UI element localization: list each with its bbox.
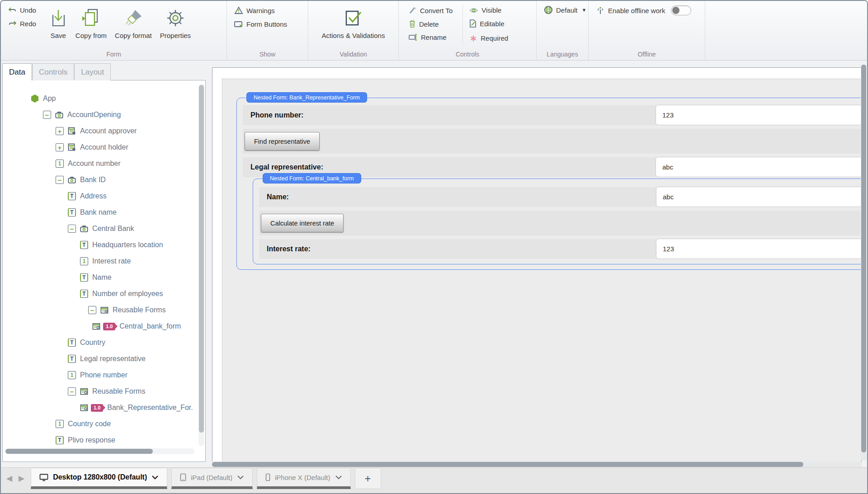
collapse-expander-icon[interactable]	[68, 387, 76, 395]
tree-item-number-of-employees[interactable]: Number of employees	[3, 286, 205, 302]
warning-icon	[234, 6, 243, 14]
undo-button[interactable]: Undo	[6, 5, 38, 15]
record-gear-icon	[68, 127, 76, 135]
scrollbar-thumb[interactable]	[5, 449, 153, 454]
nested-form-bank-representative[interactable]: Nested Form: Bank_Representative_Form Ph…	[236, 98, 862, 270]
tree-item-bank-id[interactable]: Bank ID	[3, 172, 205, 188]
nested-form-badge: Nested Form: Central_bank_form	[263, 173, 361, 183]
legal-representative-input[interactable]	[656, 157, 862, 177]
tree-item-reusable-forms-central[interactable]: Reusable Forms	[3, 302, 205, 318]
tree-item-address[interactable]: Address	[3, 188, 205, 204]
tree-item-legal-representative[interactable]: Legal representative	[3, 351, 205, 367]
copy-from-button[interactable]: Copy from	[71, 5, 111, 41]
canvas-horizontal-scrollbar[interactable]	[212, 461, 862, 467]
chevron-down-icon	[151, 475, 159, 480]
group-label-controls: Controls	[399, 51, 536, 58]
version-badge: 1.0	[103, 323, 115, 330]
collapse-expander-icon[interactable]	[56, 176, 64, 184]
editable-button[interactable]: Editable	[467, 19, 510, 28]
tree-item-plivo-response[interactable]: Plivo response	[3, 432, 205, 448]
add-device-tab-button[interactable]: +	[355, 468, 381, 489]
form-canvas: Nested Form: Bank_Representative_Form Ph…	[212, 67, 862, 463]
form-drop-area: Nested Form: Bank_Representative_Form Ph…	[222, 79, 862, 463]
language-dropdown[interactable]: Default ▼	[542, 5, 588, 15]
workspace: Data Controls Layout App AccountOpening	[1, 61, 867, 467]
visible-button[interactable]: Visible	[467, 5, 510, 15]
text-field-icon	[56, 436, 64, 444]
tree-vertical-scrollbar[interactable]	[198, 84, 204, 446]
tree-item-account-number[interactable]: Account number	[3, 155, 205, 172]
properties-button[interactable]: Properties	[156, 5, 195, 41]
canvas-vertical-scrollbar[interactable]	[861, 65, 867, 460]
tree-item-country-code[interactable]: Country code	[3, 416, 205, 432]
delete-button[interactable]: Delete	[407, 19, 454, 29]
device-tab-desktop[interactable]: Desktop 1280x800 (Default)	[31, 468, 167, 489]
find-representative-button[interactable]: Find representative	[245, 132, 320, 151]
save-button[interactable]: Save	[45, 5, 71, 41]
reusable-form-icon	[100, 306, 108, 314]
copy-format-button[interactable]: Copy format	[111, 5, 156, 41]
save-icon	[49, 6, 67, 30]
legal-representative-label: Legal representative:	[250, 163, 323, 171]
tree-item-app[interactable]: App	[3, 90, 205, 107]
name-input[interactable]	[656, 187, 862, 207]
device-tab-ipad[interactable]: iPad (Default)	[171, 468, 253, 489]
ribbon-group-form: Undo Redo Save	[1, 1, 227, 60]
tree-item-accountopening[interactable]: AccountOpening	[3, 107, 205, 123]
scrollbar-thumb[interactable]	[212, 462, 803, 467]
tree-item-reusable-forms-bank[interactable]: Reusable Forms	[3, 383, 205, 400]
data-tree: App AccountOpening Account approver	[3, 80, 205, 461]
form-buttons-button[interactable]: Form Buttons	[232, 19, 289, 29]
tree-item-central-bank-form[interactable]: 1.0 Central_bank_form	[3, 318, 205, 334]
redo-button[interactable]: Redo	[6, 19, 38, 28]
calculate-interest-rate-button[interactable]: Calculate interest rate	[261, 214, 344, 232]
interest-rate-row[interactable]: Interest rate:	[259, 239, 860, 259]
tree-item-account-holder[interactable]: Account holder	[3, 139, 205, 155]
interest-rate-label: Interest rate:	[267, 245, 311, 253]
interest-rate-input[interactable]	[656, 239, 862, 259]
scrollbar-thumb[interactable]	[199, 85, 204, 433]
phone-number-input[interactable]	[656, 105, 862, 125]
tree-horizontal-scrollbar[interactable]	[5, 448, 194, 454]
ribbon-group-languages: Default ▼ Languages	[537, 1, 589, 60]
tree-item-account-approver[interactable]: Account approver	[3, 123, 205, 139]
copy-format-icon	[123, 6, 143, 30]
tree-item-bank-name[interactable]: Bank name	[3, 204, 205, 221]
tree-item-bank-representative-form[interactable]: 1.0 Bank_Representative_For.	[3, 400, 205, 416]
tree-item-country[interactable]: Country	[3, 334, 205, 351]
tab-data[interactable]: Data	[2, 63, 32, 80]
collapse-expander-icon[interactable]	[43, 111, 51, 119]
rename-button[interactable]: Rename	[407, 33, 454, 42]
device-tab-iphone[interactable]: iPhone X (Default)	[257, 468, 351, 489]
collapse-expander-icon[interactable]	[88, 306, 96, 314]
version-badge: 1.0	[91, 404, 103, 412]
convert-to-button[interactable]: Convert To	[407, 5, 454, 15]
actions-validations-button[interactable]: Actions & Validations	[318, 5, 389, 41]
tree-item-name[interactable]: Name	[3, 269, 205, 286]
chevron-down-icon	[237, 475, 244, 480]
scrollbar-thumb[interactable]	[861, 65, 866, 452]
reusable-form-icon	[80, 404, 88, 412]
text-field-icon	[68, 208, 76, 216]
tabs-scroll-left-button[interactable]: ◀	[6, 474, 12, 483]
ribbon-group-offline: Enable offline work Offline	[589, 1, 705, 60]
name-row[interactable]: Name:	[259, 187, 860, 207]
eye-icon	[469, 7, 478, 14]
tree-item-headquarters-location[interactable]: Headquarters location	[3, 237, 205, 253]
tab-layout[interactable]: Layout	[74, 63, 111, 80]
tree-item-central-bank[interactable]: Central Bank	[3, 221, 205, 237]
reusable-form-icon	[92, 322, 100, 330]
phone-number-row[interactable]: Phone number:	[243, 105, 862, 125]
tab-controls[interactable]: Controls	[32, 63, 74, 80]
required-button[interactable]: ∗ Required	[467, 32, 510, 44]
nested-form-central-bank[interactable]: Nested Form: Central_bank_form Name: Cal…	[253, 179, 862, 264]
offline-toggle[interactable]	[671, 5, 691, 15]
expand-expander-icon[interactable]	[56, 127, 64, 135]
expand-expander-icon[interactable]	[56, 143, 64, 151]
warnings-button[interactable]: Warnings	[232, 5, 289, 15]
tree-item-phone-number[interactable]: Phone number	[3, 367, 205, 383]
ribbon: Undo Redo Save	[1, 1, 867, 61]
collapse-expander-icon[interactable]	[68, 225, 76, 233]
tabs-scroll-right-button[interactable]: ▶	[19, 474, 24, 483]
tree-item-interest-rate[interactable]: Interest rate	[3, 253, 205, 269]
